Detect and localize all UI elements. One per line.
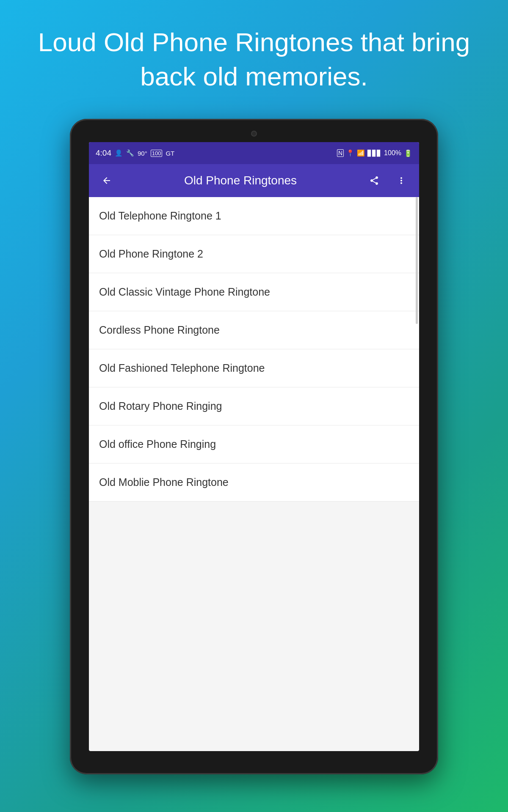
nfc-icon: N (337, 149, 344, 157)
list-item[interactable]: Old office Phone Ringing (89, 425, 419, 464)
battery-percent: 100% (384, 149, 401, 157)
location-icon: 📍 (346, 149, 354, 157)
ringtone-name-5: Old Fashioned Telephone Ringtone (99, 362, 265, 374)
status-bar: 4:04 👤 🔧 90° 100 GT N 📍 📶 ▊▊▊ 100% 🔋 (89, 142, 419, 164)
status-temp: 90° (138, 150, 147, 157)
ringtone-name-4: Cordless Phone Ringtone (99, 324, 220, 336)
status-person-icon: 👤 (115, 149, 123, 157)
back-button[interactable] (97, 171, 116, 190)
status-right-icons: N 📍 📶 ▊▊▊ 100% 🔋 (337, 149, 412, 157)
share-button[interactable] (365, 171, 384, 190)
scroll-indicator (416, 197, 418, 324)
status-wrench-icon: 🔧 (126, 149, 134, 157)
app-bar: Old Phone Ringtones (89, 164, 419, 197)
status-translate-icon: GT (166, 150, 174, 157)
list-item[interactable]: Cordless Phone Ringtone (89, 311, 419, 349)
camera (251, 131, 257, 137)
status-time-area: 4:04 👤 🔧 90° 100 GT (96, 148, 174, 158)
list-item[interactable]: Old Fashioned Telephone Ringtone (89, 349, 419, 387)
status-100: 100 (151, 150, 163, 157)
ringtone-name-2: Old Phone Ringtone 2 (99, 248, 203, 260)
list-item[interactable]: Old Rotary Phone Ringing (89, 387, 419, 425)
ringtone-name-3: Old Classic Vintage Phone Ringtone (99, 286, 270, 298)
ringtone-name-6: Old Rotary Phone Ringing (99, 400, 222, 412)
list-item[interactable]: Old Classic Vintage Phone Ringtone (89, 273, 419, 311)
ringtone-name-7: Old office Phone Ringing (99, 438, 216, 450)
headline: Loud Old Phone Ringtones that bring back… (0, 0, 508, 110)
battery-icon: 🔋 (404, 149, 412, 157)
ringtone-name-1: Old Telephone Ringtone 1 (99, 210, 221, 222)
list-item[interactable]: Old Moblie Phone Ringtone (89, 464, 419, 502)
wifi-icon: 📶 (357, 149, 365, 157)
tablet-frame: 4:04 👤 🔧 90° 100 GT N 📍 📶 ▊▊▊ 100% 🔋 (70, 119, 438, 774)
list-item[interactable]: Old Phone Ringtone 2 (89, 235, 419, 273)
app-bar-title: Old Phone Ringtones (124, 174, 356, 187)
ringtone-name-8: Old Moblie Phone Ringtone (99, 476, 229, 488)
status-time: 4:04 (96, 148, 111, 158)
more-button[interactable] (392, 171, 411, 190)
ringtone-list: Old Telephone Ringtone 1 Old Phone Ringt… (89, 197, 419, 502)
device-frame: 4:04 👤 🔧 90° 100 GT N 📍 📶 ▊▊▊ 100% 🔋 (70, 119, 438, 774)
signal-icon: ▊▊▊ (367, 150, 381, 156)
tablet-screen: 4:04 👤 🔧 90° 100 GT N 📍 📶 ▊▊▊ 100% 🔋 (89, 142, 419, 751)
list-item[interactable]: Old Telephone Ringtone 1 (89, 197, 419, 235)
